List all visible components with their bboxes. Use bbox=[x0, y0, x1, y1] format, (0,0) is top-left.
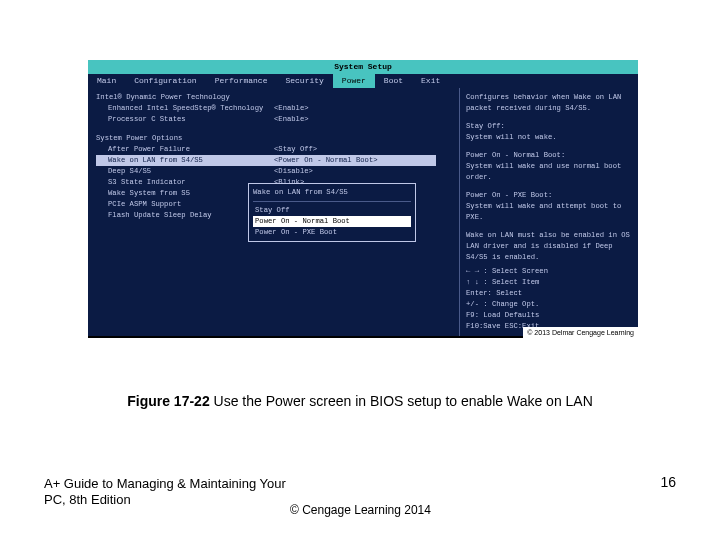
bios-menubar: Main Configuration Performance Security … bbox=[88, 74, 638, 88]
popup-title: Wake on LAN from S4/S5 bbox=[253, 187, 411, 202]
setting-value: <Disable> bbox=[274, 166, 313, 177]
menu-boot[interactable]: Boot bbox=[375, 74, 412, 88]
spacer bbox=[96, 125, 451, 133]
page-number: 16 bbox=[660, 474, 676, 490]
help-text: Wake on LAN must also be enabled in OS L… bbox=[466, 230, 632, 263]
setting-label: Deep S4/S5 bbox=[96, 166, 274, 177]
key-hint: ↑ ↓ : Select Item bbox=[466, 277, 632, 288]
help-subtitle: Power On - PXE Boot: bbox=[466, 190, 632, 201]
help-subtitle: Stay Off: bbox=[466, 121, 632, 132]
figure-caption: Figure 17-22 Use the Power screen in BIO… bbox=[0, 392, 720, 410]
setting-row[interactable]: After Power Failure <Stay Off> bbox=[96, 144, 451, 155]
bios-screenshot: System Setup Main Configuration Performa… bbox=[88, 60, 638, 338]
setting-row[interactable]: Deep S4/S5 <Disable> bbox=[96, 166, 451, 177]
setting-row-selected[interactable]: Wake on LAN from S4/S5 <Power On - Norma… bbox=[96, 155, 436, 166]
setting-label: Wake on LAN from S4/S5 bbox=[96, 155, 274, 166]
menu-configuration[interactable]: Configuration bbox=[125, 74, 205, 88]
key-hint: ← → : Select Screen bbox=[466, 266, 632, 277]
menu-main[interactable]: Main bbox=[88, 74, 125, 88]
book-title: A+ Guide to Managing & Maintaining Your … bbox=[44, 476, 294, 508]
option-popup: Wake on LAN from S4/S5 Stay Off Power On… bbox=[248, 183, 416, 242]
key-hint: Enter: Select bbox=[466, 288, 632, 299]
footer-copyright: © Cengage Learning 2014 bbox=[290, 503, 431, 518]
setting-row[interactable]: Processor C States <Enable> bbox=[96, 114, 451, 125]
setting-label: Enhanced Intel SpeedStep® Technology bbox=[96, 103, 274, 114]
setting-value: <Power On - Normal Boot> bbox=[274, 155, 378, 166]
section-system-power: System Power Options bbox=[96, 133, 182, 144]
setting-label: After Power Failure bbox=[96, 144, 274, 155]
setting-value: <Stay Off> bbox=[274, 144, 317, 155]
popup-option-selected[interactable]: Power On - Normal Boot bbox=[253, 216, 411, 227]
help-subtitle: Power On - Normal Boot: bbox=[466, 150, 632, 161]
setting-row[interactable]: Enhanced Intel SpeedStep® Technology <En… bbox=[96, 103, 451, 114]
help-keys: ← → : Select Screen ↑ ↓ : Select Item En… bbox=[466, 266, 632, 332]
help-text: System will wake and use normal boot ord… bbox=[466, 161, 632, 183]
help-text: System will not wake. bbox=[466, 132, 632, 143]
popup-option[interactable]: Stay Off bbox=[253, 205, 411, 216]
help-block: Power On - PXE Boot: System will wake an… bbox=[466, 190, 632, 223]
help-block: Power On - Normal Boot: System will wake… bbox=[466, 150, 632, 183]
bios-body: Intel® Dynamic Power Technology Enhanced… bbox=[88, 88, 638, 336]
figure-number: Figure 17-22 bbox=[127, 393, 209, 409]
key-hint: F9: Load Defaults bbox=[466, 310, 632, 321]
figure-text: Use the Power screen in BIOS setup to en… bbox=[210, 393, 593, 409]
menu-exit[interactable]: Exit bbox=[412, 74, 449, 88]
help-text: System will wake and attempt boot to PXE… bbox=[466, 201, 632, 223]
setting-label: Processor C States bbox=[96, 114, 274, 125]
bios-help-pane: Configures behavior when Wake on LAN pac… bbox=[460, 88, 638, 336]
menu-security[interactable]: Security bbox=[276, 74, 332, 88]
help-description: Configures behavior when Wake on LAN pac… bbox=[466, 92, 632, 114]
menu-power[interactable]: Power bbox=[333, 74, 375, 88]
section-dynamic-power: Intel® Dynamic Power Technology bbox=[96, 92, 230, 103]
bios-settings-pane: Intel® Dynamic Power Technology Enhanced… bbox=[88, 88, 460, 336]
screenshot-copyright: © 2013 Delmar Cengage Learning bbox=[523, 327, 638, 338]
help-block: Stay Off: System will not wake. bbox=[466, 121, 632, 143]
menu-performance[interactable]: Performance bbox=[206, 74, 277, 88]
help-block: Wake on LAN must also be enabled in OS L… bbox=[466, 230, 632, 263]
popup-option[interactable]: Power On - PXE Boot bbox=[253, 227, 411, 238]
setting-value: <Enable> bbox=[274, 103, 309, 114]
bios-titlebar: System Setup bbox=[88, 60, 638, 74]
key-hint: +/- : Change Opt. bbox=[466, 299, 632, 310]
setting-value: <Enable> bbox=[274, 114, 309, 125]
